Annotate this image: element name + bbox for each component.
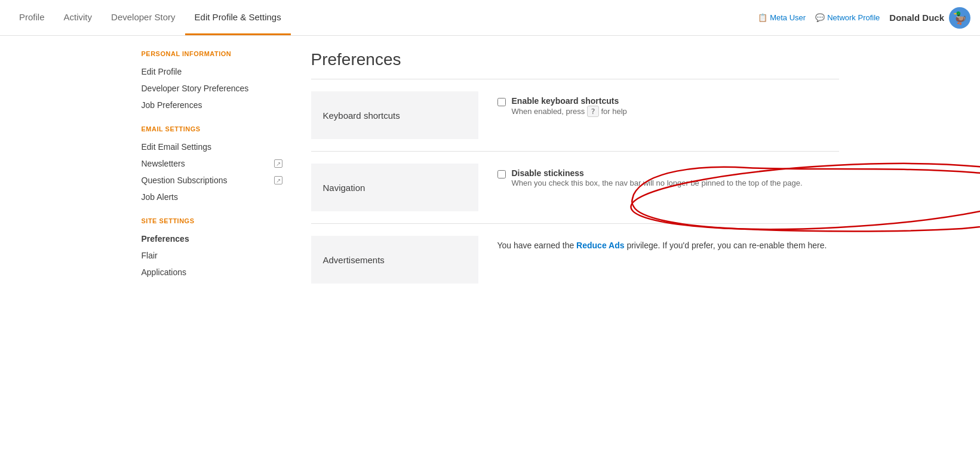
- nav-right-link-meta-user[interactable]: 📋Meta User: [758, 13, 806, 22]
- user-info: Donald Duck 🦆: [889, 7, 970, 29]
- keyboard-shortcuts-label: Keyboard shortcuts: [311, 91, 478, 139]
- nav-tabs: ProfileActivityDeveloper StoryEdit Profi…: [10, 0, 758, 35]
- keyboard-hint: ?: [587, 106, 599, 117]
- sidebar-item-label: Edit Profile: [142, 67, 182, 76]
- advertisements-content: You have earned the Reduce Ads privilege…: [497, 236, 839, 250]
- navigation-option: Disable stickiness When you check this b…: [497, 168, 839, 187]
- navigation-description: When you check this box, the nav bar wil…: [512, 178, 803, 187]
- navigation-checkbox[interactable]: [497, 170, 506, 178]
- reduce-ads-link[interactable]: Reduce Ads: [576, 241, 624, 250]
- sidebar-item-edit-email-settings[interactable]: Edit Email Settings: [142, 138, 282, 155]
- sidebar-item-question-subscriptions[interactable]: Question Subscriptions↗: [142, 172, 282, 189]
- sidebar-item-applications[interactable]: Applications: [142, 264, 282, 281]
- sidebar: PERSONAL INFORMATIONEdit ProfileDevelope…: [142, 50, 297, 295]
- nav-right: 📋Meta User💬Network Profile Donald Duck 🦆: [758, 0, 970, 35]
- sidebar-item-label: Edit Email Settings: [142, 142, 212, 152]
- keyboard-shortcuts-option-label: Enable keyboard shortcuts: [512, 96, 627, 106]
- navigation-label: Navigation: [311, 164, 478, 211]
- sidebar-section-personal-information: PERSONAL INFORMATION: [142, 50, 282, 57]
- keyboard-shortcuts-row: Keyboard shortcuts Enable keyboard short…: [311, 79, 839, 151]
- nav-tab-activity[interactable]: Activity: [54, 0, 102, 35]
- advertisements-text: You have earned the Reduce Ads privilege…: [497, 241, 839, 250]
- navigation-content: Disable stickiness When you check this b…: [497, 164, 839, 187]
- navigation-option-label: Disable stickiness: [512, 168, 803, 178]
- sidebar-item-label: Job Alerts: [142, 192, 178, 202]
- link-icon: 📋: [758, 13, 767, 22]
- keyboard-shortcuts-text: Enable keyboard shortcuts When enabled, …: [512, 96, 627, 117]
- navigation-row-wrapper: Navigation Disable stickiness When you c…: [311, 151, 839, 223]
- top-navigation: ProfileActivityDeveloper StoryEdit Profi…: [0, 0, 980, 36]
- sidebar-item-edit-profile[interactable]: Edit Profile: [142, 63, 282, 80]
- sidebar-item-label: Flair: [142, 251, 158, 260]
- advertisements-label: Advertisements: [311, 236, 478, 284]
- nav-right-link-network-profile[interactable]: 💬Network Profile: [815, 13, 880, 22]
- sidebar-item-label: Newsletters: [142, 159, 185, 168]
- keyboard-shortcuts-content: Enable keyboard shortcuts When enabled, …: [497, 91, 839, 117]
- nav-tab-developer-story[interactable]: Developer Story: [102, 0, 185, 35]
- navigation-row: Navigation Disable stickiness When you c…: [311, 151, 839, 223]
- page-layout: PERSONAL INFORMATIONEdit ProfileDevelope…: [132, 36, 849, 310]
- avatar: 🦆: [949, 7, 970, 29]
- sidebar-item-label: Question Subscriptions: [142, 175, 228, 185]
- sidebar-item-newsletters[interactable]: Newsletters↗: [142, 155, 282, 172]
- sidebar-item-label: Developer Story Preferences: [142, 84, 249, 93]
- sidebar-item-label: Job Preferences: [142, 100, 202, 110]
- sidebar-item-flair[interactable]: Flair: [142, 247, 282, 264]
- keyboard-shortcuts-option: Enable keyboard shortcuts When enabled, …: [497, 96, 839, 117]
- sidebar-section-site-settings: SITE SETTINGS: [142, 217, 282, 224]
- keyboard-shortcuts-checkbox[interactable]: [497, 98, 506, 106]
- sidebar-item-developer-story-prefs[interactable]: Developer Story Preferences: [142, 80, 282, 97]
- navigation-text: Disable stickiness When you check this b…: [512, 168, 803, 187]
- sidebar-item-job-preferences[interactable]: Job Preferences: [142, 97, 282, 113]
- username: Donald Duck: [889, 13, 944, 23]
- external-link-icon: ↗: [274, 159, 282, 168]
- sidebar-item-label: Preferences: [142, 234, 189, 244]
- link-label: Network Profile: [827, 13, 880, 22]
- sidebar-item-preferences[interactable]: Preferences: [142, 230, 282, 247]
- sidebar-section-email-settings: EMAIL SETTINGS: [142, 125, 282, 133]
- external-link-icon: ↗: [274, 176, 282, 184]
- keyboard-shortcuts-description: When enabled, press ? for help: [512, 107, 627, 116]
- nav-tab-profile[interactable]: Profile: [10, 0, 54, 35]
- link-label: Meta User: [770, 13, 806, 22]
- page-title: Preferences: [311, 50, 839, 69]
- main-content: Preferences Keyboard shortcuts Enable ke…: [297, 50, 839, 295]
- sidebar-item-job-alerts[interactable]: Job Alerts: [142, 189, 282, 205]
- link-icon: 💬: [815, 13, 825, 22]
- advertisements-row: Advertisements You have earned the Reduc…: [311, 223, 839, 295]
- sidebar-item-label: Applications: [142, 267, 187, 277]
- nav-tab-edit-profile[interactable]: Edit Profile & Settings: [185, 0, 291, 35]
